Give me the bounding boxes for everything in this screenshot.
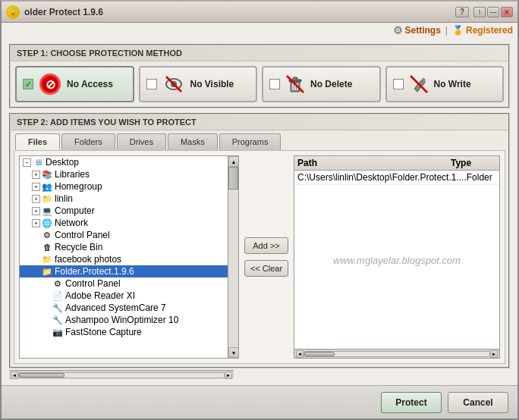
tree-label-libraries: Libraries — [55, 169, 90, 180]
no-visible-checkbox[interactable] — [146, 79, 157, 89]
computer-icon: 💻 — [42, 205, 52, 216]
expand-network[interactable]: + — [32, 219, 40, 227]
minimize-button[interactable]: — — [487, 7, 499, 17]
expand-libraries[interactable]: + — [32, 171, 40, 179]
expand-desktop[interactable]: − — [23, 158, 31, 167]
expand-linlin[interactable]: + — [32, 195, 40, 203]
tab-drives[interactable]: Drives — [117, 133, 166, 150]
tree-item-advanced[interactable]: 🔧 Advanced SystemCare 7 — [20, 302, 228, 314]
tab-files[interactable]: Files — [15, 133, 60, 150]
main-window: 🔒 older Protect 1.9.6 ? ! — ✕ ⚙ Settings… — [0, 0, 519, 420]
h-scroll-thumb[interactable] — [304, 352, 335, 356]
tree-item-folder-protect[interactable]: 📁 Folder.Protect.1.9.6 — [20, 265, 228, 277]
tree-label-advanced: Advanced SystemCare 7 — [65, 302, 166, 313]
no-visible-icon — [162, 72, 186, 96]
tree-item-faststone[interactable]: 📷 FastStone Capture — [20, 326, 228, 338]
no-visible-button[interactable]: No Visible — [139, 66, 258, 102]
expand-computer[interactable]: + — [32, 207, 40, 215]
tree-item-recycle-bin[interactable]: 🗑 Recycle Bin — [20, 241, 228, 253]
tree-h-track[interactable] — [18, 372, 225, 378]
tree-label-computer: Computer — [55, 205, 95, 216]
scroll-right-btn[interactable]: ► — [490, 350, 498, 358]
watermark-text: www.mglayelar.blogspot.com — [333, 254, 461, 265]
registered-icon: 🏅 — [452, 25, 464, 36]
network-icon: 🌐 — [42, 218, 52, 228]
tree-label-faststone: FastStone Capture — [65, 327, 142, 337]
tree-item-adobe[interactable]: 📄 Adobe Reader XI — [20, 290, 228, 302]
cancel-button[interactable]: Cancel — [448, 392, 508, 413]
control-panel-icon: ⚙ — [42, 230, 52, 240]
tab-masks[interactable]: Masks — [168, 133, 218, 150]
no-access-button[interactable]: ✓ ⊘ No Access — [15, 66, 134, 102]
tree-item-homegroup[interactable]: + 👥 Homegroup — [20, 180, 228, 193]
registered-label: Registered — [466, 25, 513, 36]
close-button[interactable]: ✕ — [501, 7, 513, 17]
app-icon: 🔒 — [6, 5, 20, 19]
clear-button[interactable]: << Clear — [244, 260, 288, 277]
scroll-down-btn[interactable]: ▼ — [228, 347, 239, 358]
tree-scroll-right[interactable]: ► — [225, 371, 232, 379]
tree-scrollbar[interactable]: ▲ ▼ — [228, 156, 238, 358]
no-delete-label: No Delete — [310, 79, 352, 89]
svg-rect-5 — [293, 77, 297, 80]
tree-item-network[interactable]: + 🌐 Network — [20, 217, 228, 229]
path-value-0: C:\Users\linlin\Desktop\Folder.Protect.1… — [297, 172, 467, 183]
tree-item-cp2[interactable]: ⚙ Control Panel — [20, 277, 228, 290]
tree-scrollbar-h[interactable]: ◄ ► — [9, 370, 234, 379]
path-list-header: Path Type — [294, 156, 499, 171]
add-button[interactable]: Add >> — [244, 237, 288, 254]
no-access-checkbox[interactable]: ✓ — [23, 79, 33, 89]
tree-item-linlin[interactable]: + 📁 linlin — [20, 193, 228, 205]
file-tree-wrapper: − 🖥 Desktop + 📚 Libraries + — [19, 155, 239, 359]
no-icon-symbol: ⊘ — [39, 74, 61, 95]
settings-label: Settings — [405, 25, 441, 36]
no-delete-button[interactable]: No Delete — [262, 66, 381, 102]
tree-item-desktop[interactable]: − 🖥 Desktop — [20, 156, 228, 168]
tree-h-thumb[interactable] — [19, 373, 64, 378]
scroll-left-btn[interactable]: ◄ — [296, 350, 304, 358]
file-tree[interactable]: − 🖥 Desktop + 📚 Libraries + — [20, 156, 228, 358]
scroll-thumb[interactable] — [228, 167, 238, 190]
scroll-track[interactable] — [228, 167, 238, 347]
help-button[interactable]: ? — [455, 7, 469, 17]
cp2-icon: ⚙ — [52, 278, 63, 289]
protection-options: ✓ ⊘ No Access — [15, 66, 504, 102]
exclamation-button[interactable]: ! — [473, 7, 486, 17]
path-column-header: Path — [297, 158, 451, 168]
tree-item-ashampoo[interactable]: 🔧 Ashampoo WinOptimizer 10 — [20, 314, 228, 326]
no-write-button[interactable]: No Write — [385, 66, 505, 102]
type-value-0: Folder — [467, 172, 499, 183]
tree-label-homegroup: Homegroup — [55, 181, 102, 192]
no-delete-checkbox[interactable] — [269, 79, 280, 89]
tree-item-computer[interactable]: + 💻 Computer — [20, 205, 228, 217]
main-content: STEP 1: CHOOSE PROTECTION METHOD ✓ ⊘ No … — [2, 38, 517, 385]
settings-link[interactable]: ⚙ Settings — [393, 24, 441, 36]
libraries-icon: 📚 — [42, 169, 52, 180]
no-visible-label: No Visible — [190, 79, 234, 89]
no-write-checkbox[interactable] — [393, 79, 404, 89]
middle-buttons: Add >> << Clear — [244, 155, 289, 359]
h-scroll-track[interactable] — [304, 351, 490, 357]
title-bar-controls: ? ! — ✕ — [455, 7, 513, 17]
linlin-icon: 📁 — [42, 193, 52, 204]
expand-homegroup[interactable]: + — [32, 183, 40, 191]
tree-item-libraries[interactable]: + 📚 Libraries — [20, 168, 228, 180]
registered-link[interactable]: 🏅 Registered — [452, 25, 513, 36]
path-list-scrollbar-h[interactable]: ◄ ► — [294, 349, 499, 358]
tree-label-desktop: Desktop — [46, 157, 79, 168]
tab-programs[interactable]: Programs — [219, 133, 282, 150]
protect-button[interactable]: Protect — [381, 392, 442, 413]
tree-scroll-left[interactable]: ◄ — [11, 371, 18, 379]
tree-label-folder-protect: Folder.Protect.1.9.6 — [55, 266, 134, 277]
no-write-label: No Write — [434, 79, 471, 89]
tree-item-facebook-photos[interactable]: 📁 facebook photos — [20, 253, 228, 265]
separator: | — [445, 25, 448, 36]
tree-item-control-panel[interactable]: ⚙ Control Panel — [20, 229, 228, 241]
scroll-up-btn[interactable]: ▲ — [228, 156, 239, 167]
tree-label-recycle-bin: Recycle Bin — [55, 242, 102, 252]
path-row-0[interactable]: C:\Users\linlin\Desktop\Folder.Protect.1… — [294, 171, 499, 185]
tab-folders[interactable]: Folders — [61, 133, 115, 150]
step2-area: STEP 2: ADD ITEMS YOU WISH TO PROTECT Fi… — [9, 113, 510, 368]
adobe-icon: 📄 — [52, 290, 63, 301]
tree-label-adobe: Adobe Reader XI — [65, 290, 135, 301]
